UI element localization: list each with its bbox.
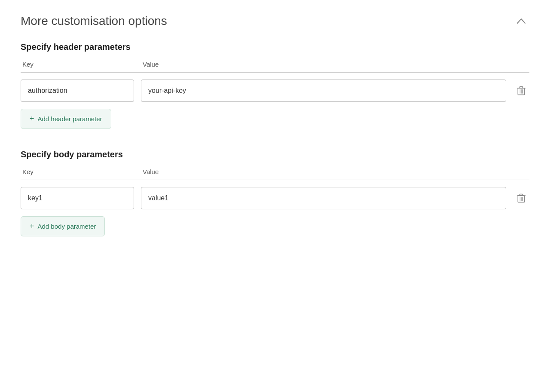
trash-icon: [516, 86, 526, 96]
header-params-column-headers: Key Value: [21, 61, 529, 73]
plus-icon: +: [30, 222, 34, 231]
body-delete-button[interactable]: [513, 191, 529, 205]
body-params-table: Key Value: [21, 168, 529, 236]
body-params-column-headers: Key Value: [21, 168, 529, 180]
body-value-column-label: Value: [141, 168, 529, 175]
body-params-section: Specify body parameters Key Value: [21, 150, 529, 236]
header-params-section: Specify header parameters Key Value: [21, 42, 529, 129]
header-params-title: Specify header parameters: [21, 42, 529, 52]
add-header-param-label: Add header parameter: [38, 115, 102, 122]
body-key-input[interactable]: [21, 187, 134, 209]
page-title: More customisation options: [21, 14, 167, 28]
add-body-param-button[interactable]: + Add body parameter: [21, 216, 105, 236]
header-key-input[interactable]: [21, 80, 134, 102]
main-container: More customisation options Specify heade…: [0, 0, 550, 271]
header-params-table: Key Value: [21, 61, 529, 129]
body-key-column-label: Key: [21, 168, 141, 175]
svg-rect-2: [520, 87, 523, 88]
plus-icon: +: [30, 114, 34, 123]
body-params-title: Specify body parameters: [21, 150, 529, 159]
section-header: More customisation options: [21, 14, 529, 28]
add-header-param-button[interactable]: + Add header parameter: [21, 109, 111, 129]
chevron-up-icon: [516, 18, 526, 24]
collapse-button[interactable]: [513, 14, 529, 28]
body-value-input[interactable]: [141, 187, 506, 209]
svg-rect-8: [520, 194, 523, 196]
trash-icon: [516, 193, 526, 203]
add-body-param-label: Add body parameter: [38, 223, 96, 230]
header-key-column-label: Key: [21, 61, 141, 68]
header-value-input[interactable]: [141, 80, 506, 102]
header-param-row: [21, 80, 529, 102]
header-delete-button[interactable]: [513, 84, 529, 98]
body-param-row: [21, 187, 529, 209]
header-value-column-label: Value: [141, 61, 529, 68]
